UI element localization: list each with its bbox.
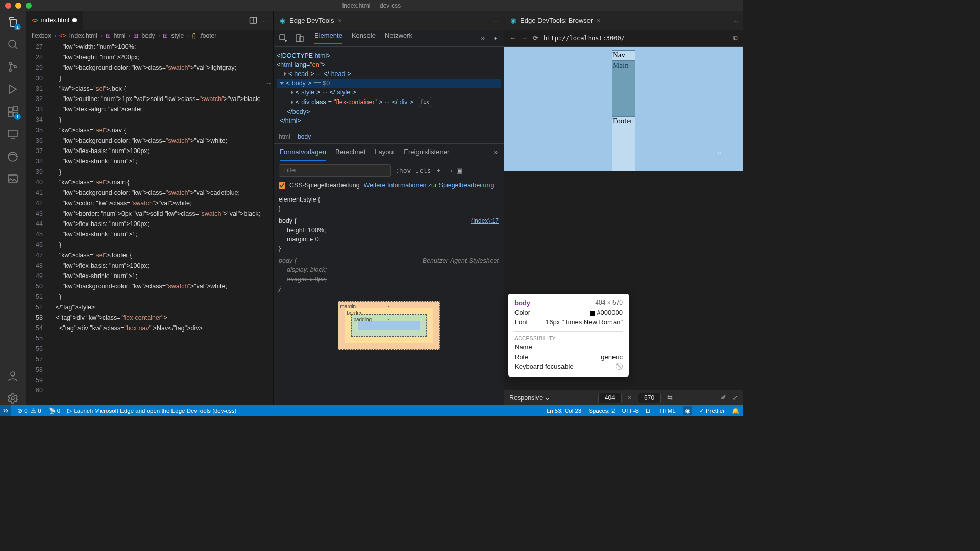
- tab-console[interactable]: Konsole: [352, 32, 376, 44]
- breadcrumb-item[interactable]: .footer: [199, 32, 216, 39]
- css-mirror-label: CSS-Spiegelbearbeitung: [289, 182, 360, 189]
- devtools-tab[interactable]: ◉ Edge DevTools ×: [274, 11, 348, 30]
- status-lang[interactable]: HTML: [659, 408, 675, 414]
- status-encoding[interactable]: UTF-8: [622, 408, 639, 414]
- explorer-badge: 1: [14, 24, 21, 30]
- styles-pane[interactable]: element.style { } body {(Index):17 heigh…: [274, 193, 504, 352]
- dom-tree[interactable]: <!DOCTYPE html> <html lang="en"> <head> …: [274, 47, 504, 130]
- dom-breadcrumb[interactable]: html body: [274, 130, 504, 144]
- breadcrumb[interactable]: flexbox› <>index.html› ⊞html› ⊞body› ⊞st…: [26, 30, 273, 42]
- svg-point-11: [11, 372, 15, 376]
- status-prettier[interactable]: ✓ Prettier: [699, 407, 725, 414]
- add-panel-icon[interactable]: ＋: [492, 34, 499, 43]
- fullscreen-preview-icon[interactable]: ⤢: [732, 394, 738, 402]
- close-icon[interactable]: ×: [597, 17, 601, 24]
- status-edge-icon[interactable]: ◉: [683, 406, 692, 415]
- breadcrumb-item[interactable]: index.html: [69, 32, 97, 39]
- browser-tab[interactable]: ◉ Edge DevTools: Browser ×: [504, 11, 607, 30]
- status-errors[interactable]: ⊘ 0 ⚠ 0: [17, 407, 41, 414]
- minimize-window-icon[interactable]: [15, 3, 21, 9]
- styles-filter-input[interactable]: [279, 164, 391, 177]
- status-cursor[interactable]: Ln 53, Col 23: [547, 408, 581, 414]
- edge-logo-icon: ◉: [280, 17, 285, 24]
- svg-rect-5: [8, 112, 12, 116]
- svg-rect-4: [8, 107, 12, 111]
- inspect-focus-label: Keyboard-focusable: [514, 363, 574, 370]
- flex-editor-icon[interactable]: ▭: [446, 167, 452, 174]
- search-icon[interactable]: [6, 38, 19, 51]
- edge-logo-icon: ◉: [510, 17, 516, 24]
- more-actions-icon[interactable]: ···: [732, 17, 738, 24]
- image-preview-icon[interactable]: [6, 172, 19, 186]
- edge-tools-icon[interactable]: [6, 150, 19, 163]
- browser-tab-label: Edge DevTools: Browser: [520, 17, 593, 24]
- breadcrumb-item[interactable]: html: [114, 32, 126, 39]
- preview-main-box: Main: [612, 61, 635, 116]
- tab-network[interactable]: Netzwerk: [385, 32, 412, 44]
- css-mirror-checkbox[interactable]: [279, 182, 285, 189]
- reload-icon[interactable]: ⟳: [533, 34, 538, 42]
- svg-point-9: [8, 152, 17, 161]
- tab-styles[interactable]: Formatvorlagen: [280, 148, 326, 161]
- devtools-tab-label: Edge DevTools: [289, 17, 334, 24]
- status-bell-icon[interactable]: 🔔: [732, 407, 739, 414]
- forward-icon[interactable]: →: [521, 34, 528, 42]
- inspect-element-icon[interactable]: [279, 34, 288, 43]
- rendered-page[interactable]: Nav Main Footer ↔: [504, 47, 743, 171]
- css-mirror-link[interactable]: Weitere Informationen zur Spiegelbearbei…: [364, 182, 494, 189]
- inspect-element-name: body: [514, 299, 530, 307]
- close-window-icon[interactable]: [5, 3, 11, 9]
- inspect-role-label: Role: [514, 353, 528, 361]
- status-eol[interactable]: LF: [646, 408, 652, 414]
- breadcrumb-item[interactable]: flexbox: [32, 32, 51, 39]
- rotate-icon[interactable]: ⇆: [667, 394, 673, 402]
- inspect-role-value: generic: [601, 353, 623, 361]
- settings-gear-icon[interactable]: [6, 392, 19, 405]
- source-control-icon[interactable]: [6, 60, 19, 73]
- account-icon[interactable]: [6, 369, 19, 383]
- screenshot-icon[interactable]: ✐: [721, 394, 726, 402]
- back-icon[interactable]: ←: [509, 34, 516, 42]
- status-spaces[interactable]: Spaces: 2: [589, 408, 615, 414]
- tab-computed[interactable]: Berechnet: [335, 148, 365, 161]
- tab-layout[interactable]: Layout: [375, 148, 395, 161]
- breadcrumb-item[interactable]: body: [141, 32, 155, 39]
- source-link[interactable]: (Index):17: [471, 216, 499, 226]
- tab-listeners[interactable]: Ereignislistener: [404, 148, 449, 161]
- breadcrumb-item[interactable]: style: [171, 32, 184, 39]
- open-external-icon[interactable]: ⧉: [733, 34, 738, 42]
- cls-toggle[interactable]: .cls: [415, 167, 431, 174]
- activity-bar: 1 1: [0, 11, 26, 405]
- inspect-color-label: Color: [514, 309, 530, 316]
- resize-handle-icon[interactable]: ↔: [717, 149, 723, 156]
- code-editor[interactable]: "kw">width: "num">100%; "kw">height: "nu…: [52, 42, 273, 405]
- explorer-icon[interactable]: 1: [6, 15, 19, 29]
- remote-icon[interactable]: [6, 128, 19, 141]
- close-icon[interactable]: ×: [338, 17, 342, 24]
- hov-toggle[interactable]: :hov: [395, 167, 411, 174]
- svg-point-2: [9, 69, 11, 71]
- remote-indicator-icon[interactable]: [0, 405, 11, 416]
- url-bar[interactable]: http://localhost:3000/: [544, 35, 728, 42]
- svg-rect-8: [8, 130, 17, 137]
- more-subtabs-icon[interactable]: »: [494, 148, 498, 161]
- tab-elements[interactable]: Elemente: [314, 32, 342, 44]
- viewport-height-input[interactable]: [638, 393, 661, 403]
- status-ports[interactable]: 📡 0: [48, 407, 61, 414]
- extensions-icon[interactable]: 1: [6, 105, 19, 118]
- editor-tab-index[interactable]: <> index.html: [26, 11, 83, 30]
- more-panels-icon[interactable]: »: [481, 34, 485, 42]
- more-actions-icon[interactable]: ···: [262, 17, 268, 24]
- more-actions-icon[interactable]: ···: [493, 17, 499, 24]
- add-rule-icon[interactable]: ＋: [435, 166, 442, 175]
- editor-tab-label: index.html: [41, 17, 69, 24]
- device-mode-select[interactable]: Responsive ⌄: [509, 394, 550, 402]
- split-editor-icon[interactable]: [249, 16, 257, 24]
- computed-toggle-icon[interactable]: ▣: [456, 167, 462, 174]
- device-toggle-icon[interactable]: [295, 34, 304, 43]
- viewport-width-input[interactable]: [598, 393, 622, 403]
- status-launch-hint[interactable]: ▷ Launch Microsoft Edge and open the Edg…: [67, 407, 236, 414]
- fullscreen-window-icon[interactable]: [26, 3, 32, 9]
- run-debug-icon[interactable]: [6, 83, 19, 96]
- box-model-diagram[interactable]: margin- border- padding-: [338, 301, 440, 350]
